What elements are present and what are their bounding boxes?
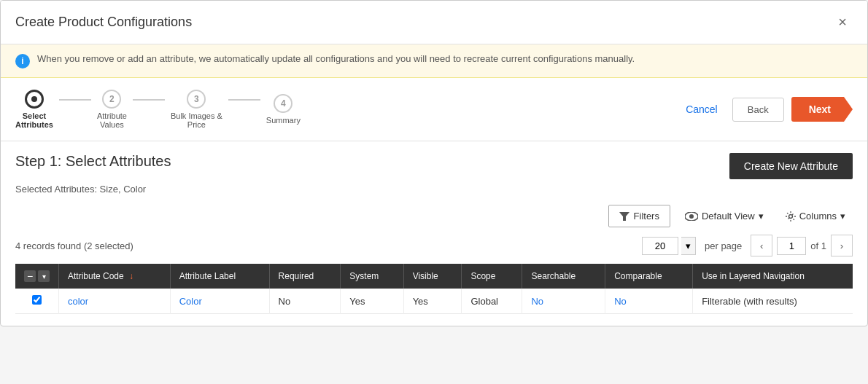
per-page-dropdown-button[interactable]: ▾ [681, 237, 696, 255]
svg-point-4 [788, 214, 792, 218]
step-label-2: AttributeValues [97, 111, 127, 129]
step-label-3: Bulk Images &Price [171, 111, 222, 129]
comparable-link[interactable]: No [614, 296, 627, 307]
columns-chevron: ▾ [840, 211, 845, 222]
create-new-attribute-button[interactable]: Create New Attribute [729, 153, 853, 179]
default-view-label: Default View [702, 211, 755, 222]
th-attribute-code-label: Attribute Code [68, 271, 124, 281]
td-required: No [269, 289, 341, 314]
next-button[interactable]: Next [791, 97, 853, 122]
step-circle-3: 3 [187, 90, 206, 109]
td-system: Yes [341, 289, 403, 314]
per-page-input[interactable] [642, 237, 678, 255]
td-attribute-code: color [59, 289, 171, 314]
attributes-table: − ▾ Attribute Code ↓ Attribute Label Req… [15, 264, 853, 314]
th-searchable: Searchable [522, 264, 605, 289]
searchable-link[interactable]: No [531, 296, 543, 307]
modal-header: Create Product Configurations × [1, 1, 867, 44]
attribute-code-link[interactable]: color [68, 296, 88, 307]
back-button[interactable]: Back [732, 98, 784, 122]
td-visible: Yes [403, 289, 462, 314]
filters-button[interactable]: Filters [608, 205, 670, 227]
eye-icon [685, 212, 698, 221]
step-circle-1 [25, 90, 44, 109]
per-page-select: ▾ [642, 237, 696, 255]
sort-icon-attribute-code[interactable]: ↓ [129, 271, 133, 281]
cancel-button[interactable]: Cancel [678, 99, 725, 119]
toolbar: Filters Default View ▾ Columns ▾ [15, 205, 853, 227]
columns-label: Columns [799, 211, 837, 222]
content-header: Step 1: Select Attributes Create New Att… [15, 153, 853, 179]
th-system: System [341, 264, 403, 289]
step-circle-4: 4 [274, 94, 292, 113]
td-use-in-layered: Filterable (with results) [693, 289, 853, 314]
close-button[interactable]: × [832, 11, 853, 34]
of-pages-label: of 1 [810, 240, 826, 251]
per-page-label: per page [705, 240, 742, 251]
wizard-step-3[interactable]: 3 Bulk Images &Price [171, 90, 222, 129]
step-connector-1 [59, 99, 91, 101]
svg-point-0 [31, 96, 37, 102]
records-info: 4 records found (2 selected) [15, 240, 133, 251]
th-attribute-code: Attribute Code ↓ [59, 264, 171, 289]
info-icon: i [15, 54, 30, 68]
td-scope: Global [462, 289, 522, 314]
step-title: Step 1: Select Attributes [15, 153, 171, 170]
table-header-row: − ▾ Attribute Code ↓ Attribute Label Req… [15, 264, 853, 289]
step-label-1: SelectAttributes [15, 111, 53, 129]
step-connector-2 [133, 99, 165, 101]
wizard-step-2[interactable]: 2 AttributeValues [97, 90, 127, 129]
alert-banner: i When you remove or add an attribute, w… [1, 44, 867, 78]
row-checkbox[interactable] [32, 295, 42, 305]
svg-point-3 [689, 214, 694, 219]
default-view-chevron: ▾ [759, 211, 764, 222]
page-number-input[interactable] [777, 237, 806, 255]
next-page-button[interactable]: › [831, 235, 853, 256]
wizard-section: SelectAttributes 2 AttributeValues 3 Bul… [1, 78, 867, 141]
select-all-checkbox[interactable]: − [24, 270, 36, 282]
default-view-button[interactable]: Default View ▾ [678, 205, 771, 227]
filter-icon [619, 211, 629, 222]
step-connector-3 [228, 99, 260, 101]
td-searchable: No [522, 289, 605, 314]
prev-page-button[interactable]: ‹ [751, 235, 772, 256]
modal-title: Create Product Configurations [15, 15, 192, 30]
modal-container: Create Product Configurations × i When y… [0, 0, 868, 326]
step-circle-2: 2 [102, 90, 121, 109]
th-use-in-layered: Use in Layered Navigation [693, 264, 853, 289]
content-section: Step 1: Select Attributes Create New Att… [1, 141, 867, 326]
pagination-controls: ▾ per page ‹ of 1 › [642, 235, 853, 256]
wizard-steps: SelectAttributes 2 AttributeValues 3 Bul… [15, 90, 344, 129]
attribute-label-link[interactable]: Color [179, 296, 202, 307]
pagination-bar: 4 records found (2 selected) ▾ per page … [15, 235, 853, 256]
wizard-actions: Cancel Back Next [678, 97, 853, 122]
step-label-4: Summary [266, 116, 301, 125]
th-scope: Scope [462, 264, 522, 289]
td-checkbox [15, 289, 59, 314]
th-visible: Visible [403, 264, 462, 289]
gear-icon [786, 211, 796, 222]
filters-label: Filters [634, 211, 659, 222]
th-required: Required [269, 264, 341, 289]
th-checkbox: − ▾ [15, 264, 59, 289]
columns-button[interactable]: Columns ▾ [778, 205, 853, 227]
th-attribute-label: Attribute Label [170, 264, 269, 289]
selected-attributes-label: Selected Attributes: Size, Color [15, 184, 853, 195]
td-attribute-label: Color [170, 289, 269, 314]
td-comparable: No [605, 289, 693, 314]
th-comparable: Comparable [605, 264, 693, 289]
table-row: color Color No Yes Yes Global No No Filt… [15, 289, 853, 314]
wizard-step-1[interactable]: SelectAttributes [15, 90, 53, 129]
wizard-step-4[interactable]: 4 Summary [266, 94, 301, 125]
alert-text: When you remove or add an attribute, we … [37, 53, 635, 64]
select-all-dropdown[interactable]: ▾ [38, 270, 50, 282]
svg-marker-1 [619, 212, 629, 221]
